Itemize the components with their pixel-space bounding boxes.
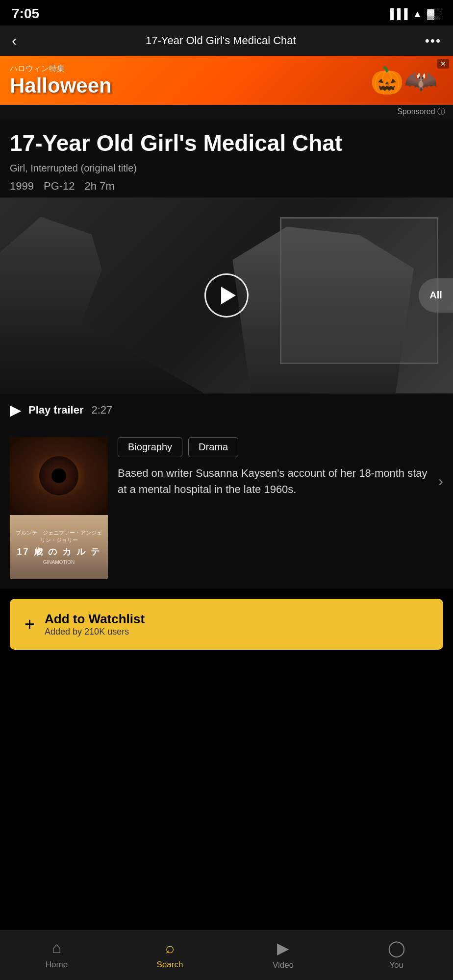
genre-tag-biography[interactable]: Biography: [118, 437, 182, 457]
movie-duration: 2h 7m: [85, 180, 115, 193]
nav-item-video[interactable]: ▶ Video: [226, 939, 340, 970]
nav-item-home[interactable]: ⌂ Home: [0, 939, 113, 970]
nav-label-search: Search: [157, 960, 183, 970]
movie-synopsis: Based on writer Susanna Kaysen's account…: [118, 465, 434, 497]
movie-right: Biography Drama Based on writer Susanna …: [118, 437, 443, 497]
wifi-icon: ▲: [412, 8, 422, 20]
nav-item-search[interactable]: ⌕ Search: [113, 939, 226, 970]
watchlist-main-text: Add to Watchlist: [45, 612, 145, 627]
page-header: ‹ 17-Year Old Girl's Medical Chat •••: [0, 25, 453, 56]
watchlist-button[interactable]: + Add to Watchlist Added by 210K users: [10, 599, 443, 650]
genre-tags: Biography Drama: [118, 437, 443, 457]
status-bar: 7:05 ▐▐▐ ▲ ▓░: [0, 0, 453, 25]
battery-icon: ▓░: [427, 8, 441, 20]
watchlist-plus-icon: +: [25, 614, 35, 635]
nav-label-home: Home: [46, 960, 68, 970]
play-trailer-label: Play trailer: [28, 404, 84, 416]
status-icons: ▐▐▐ ▲ ▓░: [387, 8, 441, 20]
poster-jp-text: ブルンテ ジェニファー・アンジェリン・ジョリー: [14, 529, 104, 544]
search-icon: ⌕: [165, 939, 175, 957]
trailer-duration: 2:27: [92, 404, 113, 416]
movie-meta: 1999 PG-12 2h 7m: [10, 180, 443, 193]
back-button[interactable]: ‹: [12, 32, 17, 49]
poster-main-jp: 17 歳 の カ ル テ: [17, 546, 101, 558]
movie-year: 1999: [10, 180, 34, 193]
sponsored-text: Sponsored: [397, 107, 435, 116]
figure-left: [0, 217, 204, 393]
chevron-right-icon[interactable]: ›: [438, 473, 443, 490]
signal-icon: ▐▐▐: [387, 8, 408, 20]
sponsored-label: Sponsored ⓘ: [0, 105, 453, 119]
eye-iris: [39, 456, 78, 495]
ad-jp-text: ハロウィン特集: [10, 64, 112, 74]
play-trailer-button[interactable]: [204, 273, 249, 318]
play-trailer-row[interactable]: ▶ Play trailer 2:27: [0, 393, 453, 427]
movie-title: 17-Year Old Girl's Medical Chat: [10, 131, 443, 156]
ad-banner[interactable]: ハロウィン特集 Halloween 🎃🦇 ✕: [0, 56, 453, 105]
user-icon: ◯: [388, 939, 405, 957]
mirror-frame: [280, 217, 438, 364]
header-title: 17-Year Old Girl's Medical Chat: [17, 34, 425, 47]
status-time: 7:05: [12, 6, 39, 22]
movie-rating: PG-12: [44, 180, 75, 193]
poster-eye: [10, 437, 108, 515]
nav-label-you: You: [389, 960, 403, 970]
movie-original-title: Girl, Interrupted (original title): [10, 163, 443, 174]
genre-tag-drama[interactable]: Drama: [188, 437, 238, 457]
video-icon: ▶: [277, 939, 289, 957]
movie-poster: ブルンテ ジェニファー・アンジェリン・ジョリー 17 歳 の カ ル テ GIN…: [10, 437, 108, 579]
watchlist-text-group: Add to Watchlist Added by 210K users: [45, 612, 145, 637]
nav-item-you[interactable]: ◯ You: [340, 939, 453, 970]
home-icon: ⌂: [52, 939, 61, 957]
movie-detail: ブルンテ ジェニファー・アンジェリン・ジョリー 17 歳 の カ ル テ GIN…: [0, 427, 453, 589]
eye-pupil: [51, 468, 66, 483]
watchlist-sub-text: Added by 210K users: [45, 627, 145, 637]
more-button[interactable]: •••: [425, 33, 441, 49]
movie-info: 17-Year Old Girl's Medical Chat Girl, In…: [0, 119, 453, 197]
trailer-container[interactable]: All: [0, 197, 453, 393]
poster-subtitle: GINAMOTION: [43, 560, 75, 565]
info-icon: ⓘ: [437, 107, 445, 116]
ad-main-text: Halloween: [10, 74, 112, 98]
poster-lower: ブルンテ ジェニファー・アンジェリン・ジョリー 17 歳 の カ ル テ GIN…: [10, 515, 108, 579]
nav-label-video: Video: [273, 960, 294, 970]
ad-close-badge[interactable]: ✕: [437, 59, 449, 69]
bottom-nav: ⌂ Home ⌕ Search ▶ Video ◯ You: [0, 931, 453, 980]
all-badge[interactable]: All: [419, 278, 453, 313]
